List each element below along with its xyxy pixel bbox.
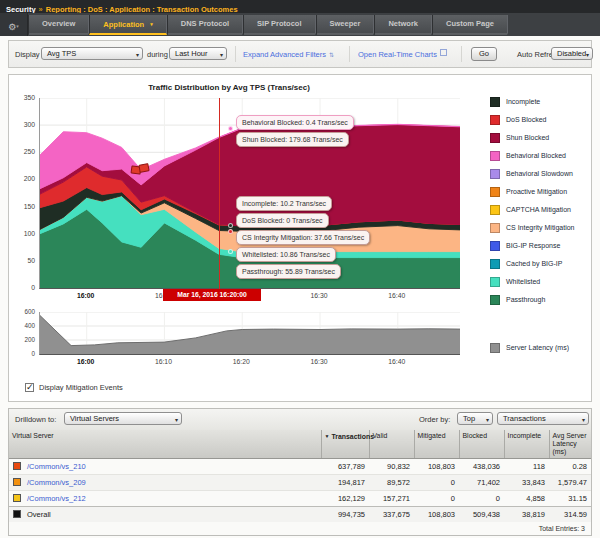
cell-transactions: 194,817 [321,475,369,491]
legend-label: Incomplete [506,98,540,105]
open-realtime-charts-label: Open Real-Time Charts [358,50,437,59]
chart-panel: Traffic Distribution by Avg TPS (Trans/s… [8,74,592,402]
during-select[interactable]: Last Hour▾ [169,47,227,60]
chart-tooltip: Whitelisted: 10.86 Trans/sec [236,247,336,262]
chevron-down-icon: ▾ [136,49,139,60]
x-axis-tick-label: 16:40 [372,358,422,365]
tab-network[interactable]: Network [374,15,432,35]
tab-label: Network [388,19,418,28]
chart-tooltip: Incomplete: 10.2 Trans/sec [236,196,332,211]
legend-label: BIG-IP Response [506,242,560,249]
column-header-blocked[interactable]: Blocked [459,430,504,459]
cell-blocked: 0 [459,491,504,507]
expand-advanced-filters-label: Expand Advanced Filters [243,50,326,59]
column-header-avg-server-latency-ms-[interactable]: Avg Server Latency (ms) [549,430,591,459]
display-select-value: Avg TPS [47,49,76,58]
series-color-swatch [13,462,21,470]
tab-sweeper[interactable]: Sweeper [316,15,375,35]
tab-dns-protocol[interactable]: DNS Protocol [167,15,243,35]
total-entries: Total Entries: 3 [539,525,585,532]
tooltip-anchor-dot [228,229,233,234]
series-color-swatch [13,494,21,502]
legend-swatch [490,97,500,107]
order-direction-select-value: Top [463,414,475,423]
x-axis-tick-label: 16:00 [61,358,111,365]
virtual-server-link[interactable]: /Common/vs_212 [27,494,86,503]
cell-transactions: 637,789 [321,459,369,475]
y-axis-tick-label: 200 [11,336,35,343]
tab-label: Application [103,20,144,29]
drilldown-table: Virtual Server▼TransactionsValidMitigate… [9,430,591,522]
y-axis-tick-label: 400 [11,322,35,329]
tab-application[interactable]: Application▾ [89,15,166,35]
cell-transactions: 994,735 [321,507,369,523]
chevron-down-icon: ▾ [150,21,153,27]
latency-legend-swatch [490,343,500,353]
legend-label: DoS Blocked [506,116,546,123]
virtual-server-link[interactable]: /Common/vs_210 [27,462,86,471]
cell-incomplete: 38,819 [504,507,549,523]
sort-descending-icon: ▼ [325,433,330,439]
column-header-mitigated[interactable]: Mitigated [414,430,459,459]
tab-strip: OverviewApplication▾DNS ProtocolSIP Prot… [28,13,508,36]
order-direction-select[interactable]: Top▾ [457,412,493,425]
cell-latency: 0.28 [549,459,591,475]
selected-time-line [219,98,220,289]
drilldown-header: Drilldown to: Virtual Servers▾ Order by:… [9,409,591,431]
settings-menu-button[interactable]: ⚙▾ [0,13,28,36]
auto-refresh-select[interactable]: Disabled▾ [551,47,593,60]
y-axis-tick-label: 100 [11,230,35,237]
x-axis-tick-label: 16:40 [372,292,422,299]
expand-advanced-filters-link[interactable]: Expand Advanced Filters⇅ [243,48,334,62]
legend-label: Shun Blocked [506,134,549,141]
tab-custom-page[interactable]: Custom Page [432,15,508,35]
chart-tooltip: Shun Blocked: 179.68 Trans/sec [236,132,349,147]
tooltip-anchor-dot [228,223,233,228]
y-axis-tick-label: 50 [11,257,35,264]
cell-valid: 90,832 [369,459,414,475]
selected-time-label: Mar 16, 2016 16:20:00 [163,289,261,301]
column-header-label: Transactions [331,433,374,440]
cell-latency: 31.15 [549,491,591,507]
legend-label: Cached by BIG-IP [506,260,562,267]
legend-label: Whitelisted [506,278,540,285]
order-field-select[interactable]: Transactions▾ [497,412,589,425]
cell-mitigated: 0 [414,491,459,507]
tab-label: Overview [42,19,75,28]
x-axis-tick-label: 16:00 [61,292,111,299]
expand-collapse-icon: ⇅ [329,52,334,58]
cell-mitigated: 0 [414,475,459,491]
cell-latency: 1,579.47 [549,475,591,491]
virtual-server-link[interactable]: /Common/vs_209 [27,478,86,487]
cell-mitigated: 108,803 [414,507,459,523]
drilldown-to-select[interactable]: Virtual Servers▾ [64,412,182,425]
legend-swatch [490,277,500,287]
legend-swatch [490,205,500,215]
external-window-icon [440,49,447,56]
divider [461,46,462,62]
drilldown-to-label: Drilldown to: [15,413,56,426]
open-realtime-charts-link[interactable]: Open Real-Time Charts [358,48,447,61]
legend-swatch [490,187,500,197]
y-axis-tick-label: 150 [11,203,35,210]
display-select[interactable]: Avg TPS▾ [41,47,143,60]
legend-swatch [490,115,500,125]
tab-overview[interactable]: Overview [28,15,89,35]
column-header-incomplete[interactable]: Incomplete [504,430,549,459]
tab-sip-protocol[interactable]: SIP Protocol [243,15,315,35]
drilldown-table-body: /Common/vs_210637,78990,832108,803438,03… [9,459,591,523]
chart-tooltip: DoS Blocked: 0 Trans/sec [236,213,329,228]
go-button[interactable]: Go [471,47,497,61]
column-header-transactions[interactable]: ▼Transactions [321,430,369,459]
column-header-virtual-server[interactable]: Virtual Server [9,430,321,459]
table-row: /Common/vs_209194,81789,572071,40233,843… [9,475,591,491]
display-mitigation-events-checkbox[interactable] [25,383,34,392]
mitigation-event-marker[interactable] [138,163,149,173]
x-axis-tick-label: 16:30 [294,358,344,365]
legend-swatch [490,151,500,161]
cell-valid: 337,675 [369,507,414,523]
column-header-valid[interactable]: Valid [369,430,414,459]
chart-title: Traffic Distribution by Avg TPS (Trans/s… [19,83,439,92]
chevron-down-icon: ▾ [175,414,178,425]
latency-chart[interactable] [39,312,460,355]
